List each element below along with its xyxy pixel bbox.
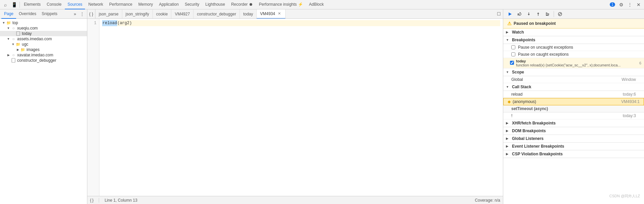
tree-label-top: top bbox=[12, 20, 18, 25]
tab-performance[interactable]: Performance bbox=[106, 0, 135, 9]
tree-arrow-top: ▼ bbox=[1, 21, 6, 24]
bp-entry-today[interactable]: today function reload(x) {setCookie("acw… bbox=[503, 58, 644, 68]
file-tab-vm4934-close[interactable]: ✕ bbox=[277, 11, 282, 16]
callstack-name-anonymous: (anonymous) bbox=[513, 99, 536, 104]
close-devtools-icon[interactable]: ✕ bbox=[635, 1, 643, 9]
tree-item-ugc[interactable]: ▼ 📁 ugc bbox=[0, 42, 87, 47]
left-more-icon[interactable]: » bbox=[72, 11, 77, 16]
tab-application[interactable]: Application bbox=[156, 0, 181, 9]
svg-marker-8 bbox=[528, 14, 530, 15]
watch-section-header[interactable]: ▶ Watch bbox=[503, 29, 644, 36]
paused-message: Paused on breakpoint bbox=[514, 21, 556, 26]
resume-button[interactable] bbox=[506, 10, 514, 18]
callstack-item-excl[interactable]: ! today:3 bbox=[503, 112, 644, 119]
scope-global-row[interactable]: Global Window bbox=[503, 76, 644, 83]
bp-option-uncaught[interactable]: Pause on uncaught exceptions bbox=[503, 44, 644, 51]
tab-sources[interactable]: Sources bbox=[65, 0, 85, 9]
tab-recorder[interactable]: Recorder ⏺ bbox=[228, 0, 256, 9]
step-into-button[interactable] bbox=[525, 10, 533, 18]
split-editor-icon[interactable]: ☐ bbox=[495, 9, 503, 19]
bp-caught-checkbox[interactable] bbox=[511, 52, 515, 56]
bottom-status-bar: { } Line 1, Column 13 Coverage: n/a bbox=[87, 196, 503, 204]
more-icon[interactable]: ⋮ bbox=[626, 1, 634, 9]
global-listeners-section-header[interactable]: ▶ Global Listeners bbox=[503, 135, 644, 143]
deactivate-breakpoints-button[interactable] bbox=[556, 10, 564, 18]
scope-section-header[interactable]: ▼ Scope bbox=[503, 68, 644, 76]
file-tab-today[interactable]: today bbox=[240, 9, 257, 19]
scope-arrow: ▼ bbox=[506, 70, 511, 74]
tab-network[interactable]: Network bbox=[86, 0, 106, 9]
tree-arrow-xueqiu: ▼ bbox=[6, 27, 11, 30]
svg-rect-3 bbox=[508, 12, 509, 16]
step-over-button[interactable] bbox=[515, 10, 523, 18]
step-out-button[interactable] bbox=[534, 10, 542, 18]
tree-arrow-assets: ▼ bbox=[6, 37, 11, 41]
dom-arrow: ▶ bbox=[506, 129, 511, 133]
tab-page[interactable]: Page bbox=[1, 9, 16, 19]
device-icon[interactable]: 📱 bbox=[10, 1, 18, 9]
xhr-section-header[interactable]: ▶ XHR/fetch Breakpoints bbox=[503, 119, 644, 127]
left-menu-icon[interactable]: ⋮ bbox=[79, 11, 86, 16]
file-tabs-right: ☐ bbox=[495, 9, 503, 19]
tab-snippets[interactable]: Snippets bbox=[39, 9, 60, 19]
tab-lighthouse[interactable]: Lighthouse bbox=[203, 0, 228, 9]
settings-icon[interactable]: ⚙ bbox=[617, 1, 625, 9]
event-listeners-label: Event Listener Breakpoints bbox=[512, 144, 564, 149]
tab-memory[interactable]: Memory bbox=[136, 0, 156, 9]
tree-item-xueqiu[interactable]: ▼ ○ xueqiu.com bbox=[0, 26, 87, 31]
svg-marker-11 bbox=[546, 13, 549, 15]
file-format-icon[interactable]: { } bbox=[87, 9, 95, 19]
tab-overrides[interactable]: Overrides bbox=[16, 9, 39, 19]
tree-item-top[interactable]: ▼ 📁 top bbox=[0, 20, 87, 26]
bp-today-checkbox[interactable] bbox=[510, 61, 514, 65]
code-content: 1 reload(arg2) bbox=[87, 19, 503, 196]
code-lines[interactable]: reload(arg2) bbox=[99, 19, 503, 196]
bp-uncaught-checkbox[interactable] bbox=[511, 45, 515, 49]
file-tab-constructor[interactable]: constructor_debugger bbox=[194, 9, 240, 19]
file-tab-cookie-label: cookie bbox=[156, 12, 168, 16]
format-icon[interactable]: { } bbox=[90, 198, 93, 203]
code-editor-panel: { } json_parse json_stringify cookie VM4… bbox=[87, 9, 503, 204]
xhr-label: XHR/fetch Breakpoints bbox=[512, 121, 556, 125]
step-button[interactable] bbox=[544, 10, 552, 18]
tree-item-xavatar[interactable]: ▶ ○ xavatar.imedao.com bbox=[0, 52, 87, 58]
dom-label: DOM Breakpoints bbox=[512, 129, 546, 133]
file-tab-json-stringify-label: json_stringify bbox=[126, 12, 149, 16]
tree-item-constructor-debugger[interactable]: ▶ constructor_debugger bbox=[0, 58, 87, 63]
callstack-section-header[interactable]: ▼ Call Stack bbox=[503, 83, 644, 91]
callstack-label: Call Stack bbox=[512, 85, 531, 89]
file-tab-json-stringify[interactable]: json_stringify bbox=[122, 9, 153, 19]
tab-security[interactable]: Security bbox=[182, 0, 202, 9]
inspect-icon[interactable]: ⌕ bbox=[1, 1, 9, 9]
callstack-item-anonymous[interactable]: ◆ (anonymous) VM4934:1 bbox=[503, 98, 644, 105]
file-tab-json-parse[interactable]: json_parse bbox=[95, 9, 122, 19]
dom-section-header[interactable]: ▶ DOM Breakpoints bbox=[503, 127, 644, 135]
file-tab-vm4927[interactable]: VM4927 bbox=[171, 9, 194, 19]
bp-option-caught[interactable]: Pause on caught exceptions bbox=[503, 51, 644, 58]
tab-perf-insights[interactable]: Performance insights ⚡ bbox=[256, 0, 306, 9]
scope-body: Global Window bbox=[503, 76, 644, 83]
breakpoints-section-header[interactable]: ▼ Breakpoints bbox=[503, 36, 644, 44]
bp-today-line: 6 bbox=[639, 61, 641, 65]
event-listeners-section-header[interactable]: ▶ Event Listener Breakpoints bbox=[503, 143, 644, 150]
tab-adblock[interactable]: AdBlock bbox=[306, 0, 327, 9]
tree-item-assets[interactable]: ▼ ○ assets.imedao.com bbox=[0, 36, 87, 42]
debugger-panel: ⚠ Paused on breakpoint ▶ Watch ▼ Breakpo… bbox=[503, 9, 644, 204]
watch-arrow: ▶ bbox=[506, 31, 511, 34]
watch-label: Watch bbox=[512, 30, 524, 35]
debug-sep bbox=[554, 11, 554, 17]
svg-marker-10 bbox=[537, 12, 539, 14]
csp-section-header[interactable]: ▶ CSP Violation Breakpoints bbox=[503, 150, 644, 158]
csp-label: CSP Violation Breakpoints bbox=[512, 152, 563, 156]
tree-item-images[interactable]: ▶ 📁 images bbox=[0, 47, 87, 52]
code-area: 1 reload(arg2) bbox=[87, 19, 503, 196]
file-tab-vm4934[interactable]: VM4934 ✕ bbox=[257, 9, 286, 19]
tab-elements[interactable]: Elements bbox=[21, 0, 43, 9]
tab-console[interactable]: Console bbox=[44, 0, 64, 9]
coverage-status: Coverage: n/a bbox=[475, 198, 500, 203]
code-line-1: reload(arg2) bbox=[102, 20, 500, 26]
tree-item-today[interactable]: ▶ today bbox=[0, 31, 87, 36]
file-tab-cookie[interactable]: cookie bbox=[153, 9, 172, 19]
bp-uncaught-label: Pause on uncaught exceptions bbox=[518, 45, 573, 50]
callstack-item-reload[interactable]: reload today:6 bbox=[503, 91, 644, 98]
